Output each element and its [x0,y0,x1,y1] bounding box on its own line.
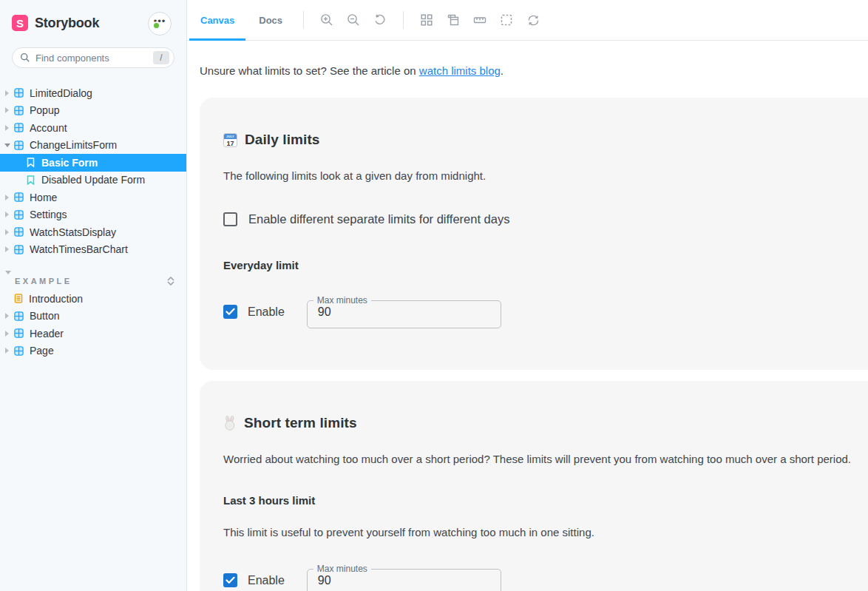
bookmark-icon [27,175,35,185]
chevron-right-icon[interactable] [4,107,10,113]
sidebar-item-changelimitsform[interactable]: ChangeLimitsForm [0,137,186,155]
measure-icon[interactable] [469,10,490,30]
grow-icon[interactable] [443,10,464,30]
zoom-reset-icon[interactable] [370,10,390,30]
watch-limits-blog-link[interactable]: watch limits blog [419,64,501,77]
short-term-limits-card: Short term limits Worried about watching… [200,381,868,591]
chevron-right-icon[interactable] [4,229,10,235]
tree-label: Button [30,310,59,322]
card-title: Daily limits [245,132,320,148]
tree-label: WatchTimesBarChart [30,243,128,255]
storybook-logo-icon: S [12,15,28,31]
card-description: Worried about watching too much over a s… [223,450,867,467]
document-icon [14,294,23,303]
search-input[interactable] [35,53,153,64]
component-icon [14,328,24,338]
remount-icon[interactable] [523,10,543,30]
sidebar-header: S Storybook ••• [0,0,186,31]
component-icon [14,245,24,254]
sidebar-item-watchstatsdisplay[interactable]: WatchStatsDisplay [0,223,186,241]
component-icon [14,88,24,98]
component-icon [14,123,24,132]
search-box[interactable]: / [12,47,174,68]
max-minutes-input[interactable] [308,304,481,319]
rabbit-icon [223,416,237,430]
sidebar-item-home[interactable]: Home [0,189,186,206]
last-3-hours-limit-label: Last 3 hours limit [223,494,868,507]
component-icon [14,141,24,150]
sidebar-item-popup[interactable]: Popup [0,102,186,120]
card-title: Short term limits [244,415,357,431]
intro-text: Unsure what limits to set? See the artic… [200,64,419,77]
enable-label: Enable [248,574,285,587]
slash-shortcut-key: / [153,51,169,64]
tree-label: Basic Form [41,157,98,169]
tab-canvas[interactable]: Canvas [189,0,245,41]
expand-collapse-icon[interactable] [167,277,174,286]
chevron-down-icon [5,274,11,288]
chevron-right-icon[interactable] [4,331,10,337]
search-icon [20,53,30,63]
outline-icon[interactable] [496,10,517,30]
canvas-toolbar: Canvas Docs [187,0,868,41]
tree-label: Page [30,345,54,357]
grid-icon[interactable] [416,10,437,30]
chevron-down-icon[interactable] [4,143,10,147]
chevron-right-icon[interactable] [4,348,10,354]
zoom-out-icon[interactable] [343,10,364,30]
component-icon [14,192,24,202]
chevron-right-icon[interactable] [4,90,10,96]
calendar-month: JULY [224,134,237,139]
sidebar-item-settings[interactable]: Settings [0,206,186,224]
different-days-label: Enable different separate limits for dif… [248,212,509,226]
tab-docs[interactable]: Docs [248,0,294,41]
sidebar-item-account[interactable]: Account [0,119,186,137]
example-section-header[interactable]: EXAMPLE [0,272,186,290]
chevron-right-icon[interactable] [4,125,10,131]
max-minutes-field: Max minutes [307,564,501,591]
tree-label: Introduction [29,293,83,305]
sidebar-item-disabled-update-form[interactable]: Disabled Update Form [0,172,186,189]
bookmark-icon [27,158,35,167]
main-panel: Canvas Docs Unsure what limits to set [187,0,868,591]
sidebar-item-page[interactable]: Page [0,342,186,360]
everyday-limit-label: Everyday limit [223,259,868,271]
max-minutes-input[interactable] [308,573,481,587]
brand-title: Storybook [35,16,99,31]
sidebar-item-introduction[interactable]: Introduction [0,290,186,308]
tree-label: WatchStatsDisplay [30,226,116,238]
enable-checkbox[interactable] [223,305,237,319]
sidebar-item-basic-form[interactable]: Basic Form [0,154,186,172]
tree-label: Account [30,122,67,134]
chevron-right-icon[interactable] [4,246,10,252]
different-days-checkbox[interactable] [223,212,237,226]
component-icon [14,311,24,321]
tree-label: Popup [30,104,59,116]
calendar-day: 17 [224,139,237,147]
component-icon [14,106,24,115]
max-minutes-field: Max minutes [307,295,501,328]
tree-label: Settings [30,209,67,220]
sidebar-item-button[interactable]: Button [0,308,186,325]
enable-label: Enable [248,305,285,319]
last-3-hours-description: This limit is useful to prevent yourself… [223,526,868,538]
sidebar-item-limiteddialog[interactable]: LimitedDialog [0,84,186,102]
toolbar-divider [303,11,304,29]
enable-checkbox[interactable] [223,573,237,587]
component-icon [14,346,24,356]
toolbar-divider [403,11,404,29]
component-icon [14,210,24,220]
tree-label: ChangeLimitsForm [30,139,117,151]
chevron-right-icon[interactable] [4,195,10,200]
chevron-right-icon[interactable] [4,313,10,319]
tree-label: Home [30,192,57,203]
sidebar-item-watchtimesbarchart[interactable]: WatchTimesBarChart [0,241,186,259]
component-icon [14,227,24,237]
sidebar-menu-button[interactable]: ••• [148,12,172,36]
chevron-right-icon[interactable] [4,212,10,217]
sidebar-item-header[interactable]: Header [0,325,186,342]
zoom-in-icon[interactable] [316,10,337,30]
component-tree: LimitedDialog Popup Account ChangeLimits… [0,84,186,359]
notification-dot [152,21,160,30]
intro-suffix: . [501,64,503,77]
